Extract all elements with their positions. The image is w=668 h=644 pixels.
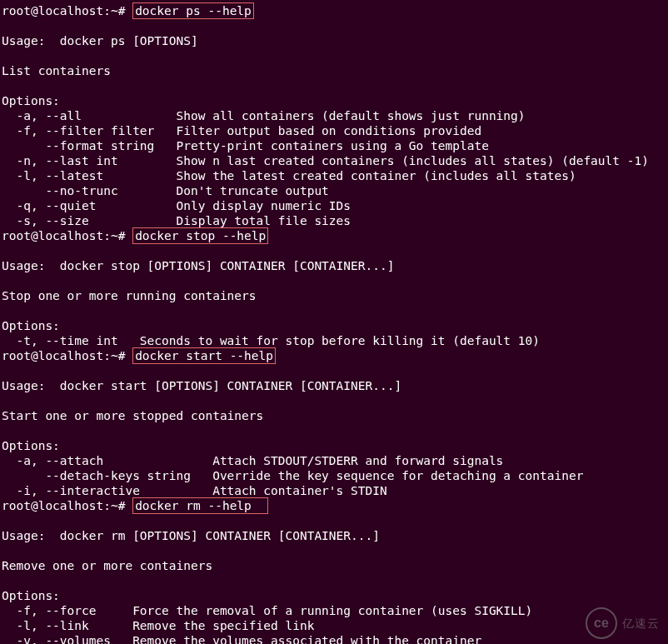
prompt: root@localhost:~# xyxy=(2,499,132,512)
prompt-line: root@localhost:~# docker stop --help xyxy=(2,229,268,242)
command-docker-ps-help: docker ps --help xyxy=(132,2,254,19)
output-docker-stop: Usage: docker stop [OPTIONS] CONTAINER [… xyxy=(2,259,540,347)
prompt: root@localhost:~# xyxy=(2,349,132,362)
watermark-text: 亿速云 xyxy=(622,616,660,631)
blank-line xyxy=(2,514,9,527)
output-docker-rm: Usage: docker rm [OPTIONS] CONTAINER [CO… xyxy=(2,529,532,644)
blank-line xyxy=(2,364,9,377)
command-docker-start-help: docker start --help xyxy=(132,347,276,364)
watermark-logo-icon: ce xyxy=(586,607,617,639)
prompt: root@localhost:~# xyxy=(2,4,132,17)
command-docker-stop-help: docker stop --help xyxy=(132,227,268,244)
terminal-output[interactable]: root@localhost:~# docker ps --help Usage… xyxy=(2,3,668,644)
blank-line xyxy=(2,244,9,257)
prompt: root@localhost:~# xyxy=(2,229,132,242)
output-docker-start: Usage: docker start [OPTIONS] CONTAINER … xyxy=(2,379,583,497)
blank-line xyxy=(2,19,9,32)
prompt-line: root@localhost:~# docker start --help xyxy=(2,349,276,362)
command-docker-rm-help: docker rm --help xyxy=(132,497,268,514)
output-docker-ps: Usage: docker ps [OPTIONS] List containe… xyxy=(2,34,649,227)
prompt-line: root@localhost:~# docker ps --help xyxy=(2,4,254,17)
watermark: ce 亿速云 xyxy=(586,607,660,639)
prompt-line: root@localhost:~# docker rm --help xyxy=(2,499,268,512)
